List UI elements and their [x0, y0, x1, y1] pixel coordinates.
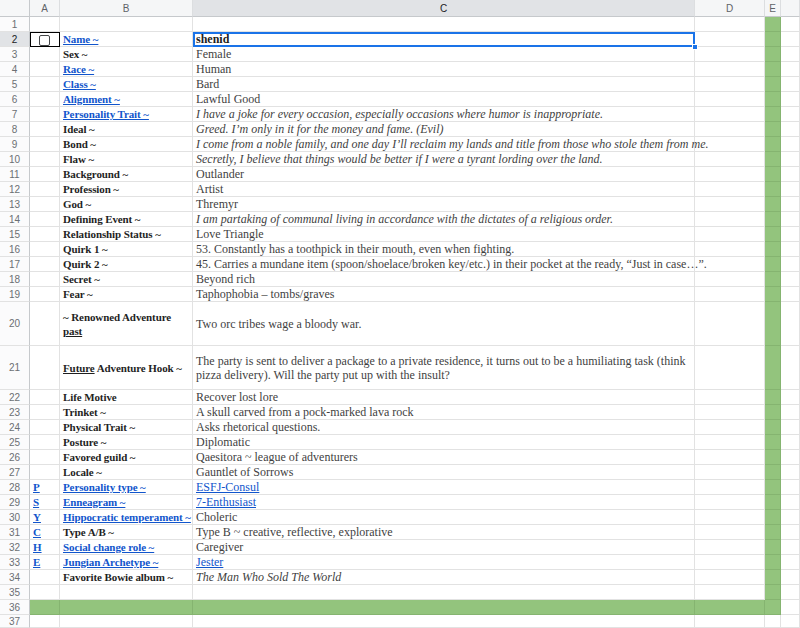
cell-B12[interactable]: Profession ~ [60, 182, 193, 197]
row-header-7[interactable]: 7 [0, 107, 30, 122]
row-header-37[interactable]: 37 [0, 615, 30, 628]
cell-text[interactable]: Jungian Archetype ~ [63, 556, 158, 568]
cell-C5[interactable]: Bard [193, 77, 695, 92]
cell-E22[interactable] [765, 390, 781, 405]
cell-B21[interactable]: Future Adventure Hook ~ [60, 346, 193, 390]
cell-F19[interactable] [781, 287, 800, 302]
cell-F29[interactable] [781, 495, 800, 510]
cell-B4[interactable]: Race ~ [60, 62, 193, 77]
cell-text[interactable]: Jester [196, 555, 223, 569]
cell-C4[interactable]: Human [193, 62, 695, 77]
row-header-13[interactable]: 13 [0, 197, 30, 212]
cell-B29[interactable]: Enneagram ~ [60, 495, 193, 510]
cell-F34[interactable] [781, 570, 800, 585]
column-header-E[interactable]: E [765, 0, 781, 17]
cell-E23[interactable] [765, 405, 781, 420]
cell-F16[interactable] [781, 242, 800, 257]
cell-B34[interactable]: Favorite Bowie album ~ [60, 570, 193, 585]
cell-D34[interactable] [695, 570, 765, 585]
cell-C7[interactable]: I have a joke for every occasion, especi… [193, 107, 695, 122]
cell-F12[interactable] [781, 182, 800, 197]
cell-B2[interactable]: Name ~ [60, 32, 193, 47]
cell-F6[interactable] [781, 92, 800, 107]
cell-A9[interactable] [30, 137, 60, 152]
row-header-4[interactable]: 4 [0, 62, 30, 77]
cell-B32[interactable]: Social change role ~ [60, 540, 193, 555]
cell-F13[interactable] [781, 197, 800, 212]
cell-F32[interactable] [781, 540, 800, 555]
row-header-33[interactable]: 33 [0, 555, 30, 570]
cell-B36[interactable] [60, 600, 193, 615]
cell-D8[interactable] [695, 122, 765, 137]
cell-D21[interactable] [695, 346, 765, 390]
cell-E31[interactable] [765, 525, 781, 540]
cell-E13[interactable] [765, 197, 781, 212]
cell-A34[interactable] [30, 570, 60, 585]
cell-C18[interactable]: Beyond rich [193, 272, 695, 287]
cell-text[interactable]: Class ~ [63, 78, 96, 90]
cell-text[interactable]: Enneagram ~ [63, 496, 125, 508]
cell-D4[interactable] [695, 62, 765, 77]
cell-A19[interactable] [30, 287, 60, 302]
cell-text[interactable]: Hippocratic temperament ~ [63, 511, 191, 523]
cell-C6[interactable]: Lawful Good [193, 92, 695, 107]
cell-E35[interactable] [765, 585, 781, 600]
cell-D7[interactable] [695, 107, 765, 122]
row-header-23[interactable]: 23 [0, 405, 30, 420]
cell-D37[interactable] [695, 615, 765, 628]
cell-A5[interactable] [30, 77, 60, 92]
cell-D24[interactable] [695, 420, 765, 435]
row-header-27[interactable]: 27 [0, 465, 30, 480]
cell-A10[interactable] [30, 152, 60, 167]
cell-D1[interactable] [695, 17, 765, 32]
row-header-3[interactable]: 3 [0, 47, 30, 62]
cell-text[interactable]: Name ~ [63, 33, 98, 45]
cell-E4[interactable] [765, 62, 781, 77]
cell-E15[interactable] [765, 227, 781, 242]
row-header-20[interactable]: 20 [0, 302, 30, 346]
cell-F1[interactable] [781, 17, 800, 32]
cell-E12[interactable] [765, 182, 781, 197]
cell-F22[interactable] [781, 390, 800, 405]
row-header-1[interactable]: 1 [0, 17, 30, 32]
cell-text[interactable]: Race ~ [63, 63, 94, 75]
checkbox-icon[interactable] [39, 35, 50, 46]
cell-E11[interactable] [765, 167, 781, 182]
row-header-36[interactable]: 36 [0, 600, 30, 615]
cell-D23[interactable] [695, 405, 765, 420]
row-header-9[interactable]: 9 [0, 137, 30, 152]
cell-C19[interactable]: Taphophobia – tombs/graves [193, 287, 695, 302]
cell-C32[interactable]: Caregiver [193, 540, 695, 555]
cell-E33[interactable] [765, 555, 781, 570]
cell-C36[interactable] [193, 600, 695, 615]
cell-F2[interactable] [781, 32, 800, 47]
cell-E16[interactable] [765, 242, 781, 257]
cell-text[interactable]: ESFJ-Consul [196, 480, 259, 494]
cell-A31[interactable]: C [30, 525, 60, 540]
cell-F7[interactable] [781, 107, 800, 122]
cell-C14[interactable]: I am partaking of communal living in acc… [193, 212, 695, 227]
cell-E25[interactable] [765, 435, 781, 450]
cell-F20[interactable] [781, 302, 800, 346]
column-header-C[interactable]: C [193, 0, 695, 17]
cell-text[interactable]: H [33, 541, 42, 553]
cell-A21[interactable] [30, 346, 60, 390]
cell-E5[interactable] [765, 77, 781, 92]
cell-A17[interactable] [30, 257, 60, 272]
cell-C24[interactable]: Asks rhetorical questions. [193, 420, 695, 435]
cell-E6[interactable] [765, 92, 781, 107]
row-header-15[interactable]: 15 [0, 227, 30, 242]
row-header-2[interactable]: 2 [0, 32, 30, 47]
cell-B18[interactable]: Secret ~ [60, 272, 193, 287]
row-header-8[interactable]: 8 [0, 122, 30, 137]
cell-D18[interactable] [695, 272, 765, 287]
cell-A11[interactable] [30, 167, 60, 182]
cell-F33[interactable] [781, 555, 800, 570]
cell-D15[interactable] [695, 227, 765, 242]
cell-E18[interactable] [765, 272, 781, 287]
cell-B13[interactable]: God ~ [60, 197, 193, 212]
cell-E21[interactable] [765, 346, 781, 390]
cell-B10[interactable]: Flaw ~ [60, 152, 193, 167]
cell-F36[interactable] [781, 600, 800, 615]
cell-text[interactable]: Personality Trait ~ [63, 108, 149, 120]
